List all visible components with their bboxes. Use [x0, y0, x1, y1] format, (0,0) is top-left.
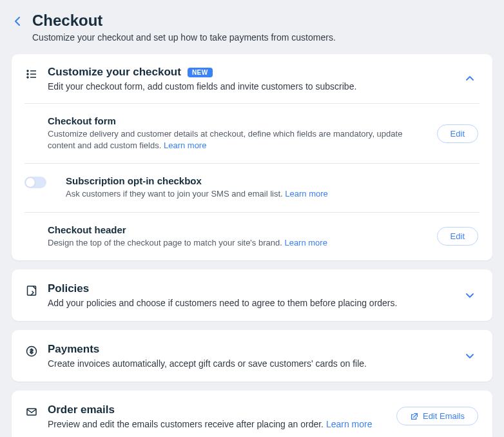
- payments-icon: [24, 344, 39, 358]
- email-icon: [24, 405, 39, 419]
- back-chevron-icon[interactable]: [12, 15, 23, 27]
- subscription-row: Subscription opt-in checkbox Ask custome…: [12, 164, 492, 211]
- payments-title: Payments: [48, 343, 465, 356]
- chevron-up-icon: [465, 73, 478, 84]
- policies-desc: Add your policies and choose if customer…: [48, 298, 465, 308]
- svg-point-0: [27, 70, 28, 72]
- subscription-toggle[interactable]: [24, 177, 46, 188]
- order-emails-learn-more[interactable]: Learn more: [326, 419, 373, 429]
- order-emails-card: Order emails Preview and edit the emails…: [12, 391, 492, 437]
- page-subtitle: Customize your checkout and set up how t…: [32, 32, 336, 43]
- edit-emails-button-label: Edit Emails: [423, 411, 465, 421]
- customize-section-header[interactable]: Customize your checkout NEW Edit your ch…: [12, 54, 492, 103]
- order-emails-title: Order emails: [48, 403, 396, 416]
- form-list-icon: [24, 67, 39, 81]
- customize-section-desc: Edit your checkout form, add custom fiel…: [48, 81, 465, 92]
- policies-title: Policies: [48, 282, 465, 295]
- chevron-down-icon: [465, 289, 478, 301]
- checkout-form-desc-text: Customize delivery and customer details …: [48, 129, 402, 150]
- svg-rect-8: [27, 409, 36, 415]
- checkout-form-learn-more[interactable]: Learn more: [164, 141, 206, 150]
- policies-card: Policies Add your policies and choose if…: [12, 269, 492, 321]
- order-emails-desc-text: Preview and edit the emails customers re…: [48, 419, 326, 429]
- checkout-form-title: Checkout form: [48, 115, 427, 126]
- external-link-icon: [410, 412, 419, 421]
- edit-emails-button[interactable]: Edit Emails: [396, 407, 478, 425]
- svg-point-2: [27, 73, 28, 75]
- payments-section-header[interactable]: Payments Create invoices automatically, …: [12, 330, 492, 382]
- policies-icon: [24, 284, 39, 298]
- checkout-header-desc-text: Design the top of the checkout page to m…: [48, 238, 284, 248]
- checkout-header-learn-more[interactable]: Learn more: [284, 238, 327, 248]
- order-emails-section-header: Order emails Preview and edit the emails…: [12, 391, 492, 437]
- checkout-header-desc: Design the top of the checkout page to m…: [48, 237, 427, 249]
- svg-point-4: [27, 77, 28, 78]
- chevron-down-icon: [465, 350, 478, 362]
- order-emails-desc: Preview and edit the emails customers re…: [48, 419, 396, 429]
- customize-checkout-card: Customize your checkout NEW Edit your ch…: [12, 54, 492, 260]
- checkout-header-title: Checkout header: [48, 224, 427, 235]
- subscription-learn-more[interactable]: Learn more: [285, 189, 327, 199]
- new-badge: NEW: [188, 68, 213, 77]
- policies-section-header[interactable]: Policies Add your policies and choose if…: [12, 269, 492, 321]
- page-heading: Checkout Customize your checkout and set…: [32, 12, 336, 43]
- checkout-header-row: Checkout header Design the top of the ch…: [12, 213, 492, 260]
- payments-desc: Create invoices automatically, accept gi…: [48, 358, 465, 369]
- checkout-form-row: Checkout form Customize delivery and cus…: [12, 104, 492, 163]
- payments-card: Payments Create invoices automatically, …: [12, 330, 492, 382]
- edit-checkout-header-button[interactable]: Edit: [437, 227, 478, 246]
- page-header: Checkout Customize your checkout and set…: [12, 12, 492, 43]
- subscription-desc: Ask customers if they want to join your …: [66, 188, 478, 200]
- edit-checkout-form-button[interactable]: Edit: [437, 124, 478, 143]
- customize-section-title: Customize your checkout: [48, 66, 181, 79]
- page-title: Checkout: [32, 12, 336, 30]
- customize-section-text: Customize your checkout NEW Edit your ch…: [48, 66, 465, 92]
- subscription-desc-text: Ask customers if they want to join your …: [66, 189, 285, 199]
- subscription-title: Subscription opt-in checkbox: [66, 175, 478, 186]
- checkout-form-desc: Customize delivery and customer details …: [48, 128, 427, 151]
- checkout-page: Checkout Customize your checkout and set…: [0, 0, 504, 437]
